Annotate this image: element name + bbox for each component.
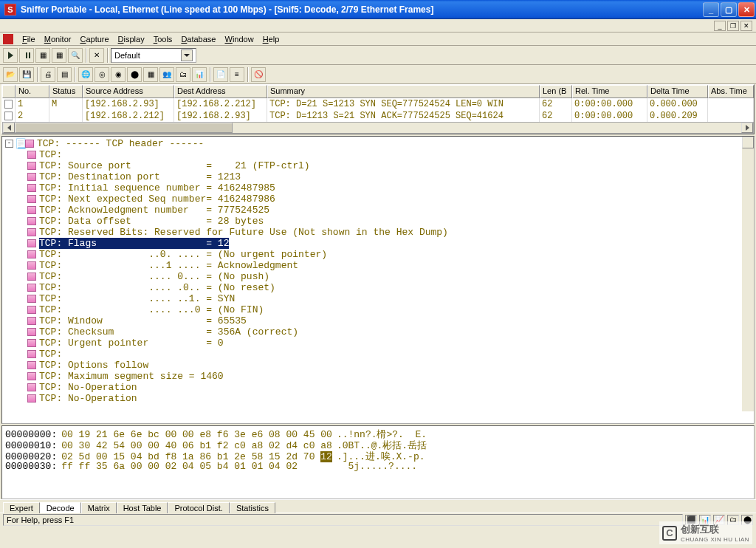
decode-pane: -📃TCP: ------ TCP header ------TCP:TCP: …: [1, 136, 755, 424]
decode-line[interactable]: TCP: Data offset = 28 bytes: [2, 216, 754, 227]
column-header-status[interactable]: Status: [49, 85, 83, 98]
decode-line[interactable]: TCP: Acknowledgment number = 777524525: [2, 205, 754, 216]
tool-b[interactable]: ▤: [57, 67, 72, 82]
packet-list-hscroll[interactable]: [2, 122, 754, 134]
menu-file[interactable]: File: [18, 35, 40, 44]
table-row[interactable]: 2[192.168.2.212][192.168.2.93]TCP: D=121…: [2, 110, 754, 122]
decode-line[interactable]: TCP: Checksum = 356A (correct): [2, 326, 754, 338]
menu-window[interactable]: Window: [220, 35, 258, 44]
play-button[interactable]: [3, 48, 18, 63]
chevron-down-icon[interactable]: [181, 49, 193, 61]
tool-e[interactable]: ◉: [111, 67, 126, 82]
column-header-len-b[interactable]: Len (B: [540, 85, 572, 98]
menu-database[interactable]: Database: [176, 35, 220, 44]
decode-line[interactable]: TCP: ..0. .... = (No urgent pointer): [2, 249, 754, 260]
system-menu-icon[interactable]: [3, 34, 13, 44]
menu-capture[interactable]: Capture: [75, 35, 113, 44]
open-button[interactable]: 📂: [3, 67, 18, 82]
hex-row[interactable]: 00000020:02 5d 00 15 04 bd f8 1a 86 b1 2…: [5, 450, 751, 461]
cell: 62: [540, 110, 572, 122]
decode-line[interactable]: TCP: .... ..1. = SYN: [2, 293, 754, 304]
tool-button-6[interactable]: ✕: [89, 48, 104, 63]
decode-line[interactable]: TCP: .... .0.. = (No reset): [2, 282, 754, 293]
print-button[interactable]: 🖨: [41, 67, 55, 82]
decode-line[interactable]: TCP: Flags = 12: [2, 238, 754, 249]
tool-button-4[interactable]: ▦: [52, 48, 66, 63]
watermark: C 创新互联 CHUANG XIN HU LIAN: [659, 521, 752, 544]
scroll-right-button[interactable]: [741, 123, 753, 133]
menu-display[interactable]: Display: [114, 35, 149, 44]
menu-monitor[interactable]: Monitor: [40, 35, 76, 44]
tab-matrix[interactable]: Matrix: [81, 502, 117, 513]
profile-combo[interactable]: Default: [111, 48, 196, 63]
decode-line[interactable]: TCP:: [2, 349, 754, 360]
hex-row[interactable]: 00000030:ff ff 35 6a 00 00 02 04 05 b4 0…: [5, 461, 751, 472]
tool-k[interactable]: 📄: [213, 67, 228, 82]
toggle-icon[interactable]: -: [5, 140, 13, 148]
cell: [192.168.2.212]: [83, 110, 174, 122]
tab-decode[interactable]: Decode: [40, 502, 81, 513]
decode-line[interactable]: TCP: Destination port = 1213: [2, 171, 754, 182]
decode-line[interactable]: TCP:: [2, 149, 754, 160]
hex-row[interactable]: 00000010:00 30 42 54 00 00 40 06 b1 f2 c…: [5, 439, 751, 450]
column-header-abs-time[interactable]: Abs. Time: [708, 85, 754, 98]
scroll-thumb[interactable]: [15, 123, 233, 133]
decode-line[interactable]: TCP: No-Operation: [2, 393, 754, 404]
decode-line[interactable]: TCP: .... ...0 = (No FIN): [2, 304, 754, 315]
decode-line[interactable]: TCP: ...1 .... = Acknowledgment: [2, 260, 754, 271]
decode-line[interactable]: TCP: Source port = 21 (FTP-ctrl): [2, 160, 754, 171]
tool-h[interactable]: 👥: [159, 67, 174, 82]
hex-pane: 00000000:00 19 21 6e 6e bc 00 00 e8 f6 3…: [1, 425, 755, 499]
column-header-no-[interactable]: No.: [16, 85, 49, 98]
close-button[interactable]: ✕: [738, 2, 755, 17]
tool-c[interactable]: 🌐: [78, 67, 93, 82]
tool-i[interactable]: 🗂: [176, 67, 190, 82]
tool-d[interactable]: ◎: [94, 67, 109, 82]
decode-line[interactable]: TCP: Maximum segment size = 1460: [2, 371, 754, 382]
decode-line[interactable]: TCP: Window = 65535: [2, 315, 754, 326]
toolbar-main: 📂 💾 🖨 ▤ 🌐 ◎ ◉ ⬤ ▦ 👥 🗂 📊 📄 ≡ 🚫: [0, 65, 756, 84]
node-icon: [25, 140, 34, 148]
tab-statistics[interactable]: Statistics: [230, 502, 275, 513]
tool-j[interactable]: 📊: [192, 67, 207, 82]
column-header-source-address[interactable]: Source Address: [83, 85, 174, 98]
decode-line[interactable]: TCP: Initial sequence number = 416248798…: [2, 182, 754, 193]
menu-tools[interactable]: Tools: [149, 35, 177, 44]
pause-button[interactable]: [19, 48, 34, 63]
decode-line[interactable]: TCP: .... 0... = (No push): [2, 271, 754, 282]
decode-line[interactable]: TCP: Urgent pointer = 0: [2, 338, 754, 349]
decode-line[interactable]: -📃TCP: ------ TCP header ------: [2, 138, 754, 149]
decode-line[interactable]: TCP: No-Operation: [2, 382, 754, 393]
tool-button-3[interactable]: ▦: [35, 48, 50, 63]
table-row[interactable]: 1M[192.168.2.93][192.168.2.212]TCP: D=21…: [2, 98, 754, 110]
toolbar-playback: ▦ ▦ 🔍 ✕ Default: [0, 46, 756, 65]
mdi-close[interactable]: ✕: [740, 21, 752, 31]
tool-m[interactable]: 🚫: [251, 67, 266, 82]
decode-line[interactable]: TCP: Reserved Bits: Reserved for Future …: [2, 227, 754, 238]
mdi-minimize[interactable]: _: [714, 21, 726, 31]
tool-g[interactable]: ▦: [143, 67, 158, 82]
tool-l[interactable]: ≡: [230, 67, 244, 82]
tab-expert[interactable]: Expert: [3, 502, 40, 513]
column-header-rel-time[interactable]: Rel. Time: [572, 85, 647, 98]
tool-f[interactable]: ⬤: [127, 67, 142, 82]
column-header-summary[interactable]: Summary: [267, 85, 540, 98]
menu-help[interactable]: Help: [258, 35, 284, 44]
column-header-dest-address[interactable]: Dest Address: [174, 85, 267, 98]
tab-host-table[interactable]: Host Table: [117, 502, 168, 513]
scroll-up-button[interactable]: [742, 137, 754, 148]
column-header-select[interactable]: [2, 85, 16, 98]
decode-vscroll[interactable]: [742, 137, 754, 411]
mdi-restore[interactable]: ❐: [727, 21, 739, 31]
tab-protocol-dist-[interactable]: Protocol Dist.: [168, 502, 229, 513]
decode-line[interactable]: TCP: Next expected Seq number= 416248798…: [2, 193, 754, 205]
binocular-icon[interactable]: 🔍: [68, 48, 83, 63]
save-button[interactable]: 💾: [19, 67, 34, 82]
decode-text: TCP: .... ...0 = (No FIN): [39, 304, 264, 315]
decode-line[interactable]: TCP: Options follow: [2, 360, 754, 371]
scroll-left-button[interactable]: [3, 123, 15, 133]
maximize-button[interactable]: ▢: [721, 2, 737, 17]
hex-row[interactable]: 00000000:00 19 21 6e 6e bc 00 00 e8 f6 3…: [5, 428, 751, 439]
minimize-button[interactable]: _: [703, 2, 719, 17]
column-header-delta-time[interactable]: Delta Time: [647, 85, 708, 98]
